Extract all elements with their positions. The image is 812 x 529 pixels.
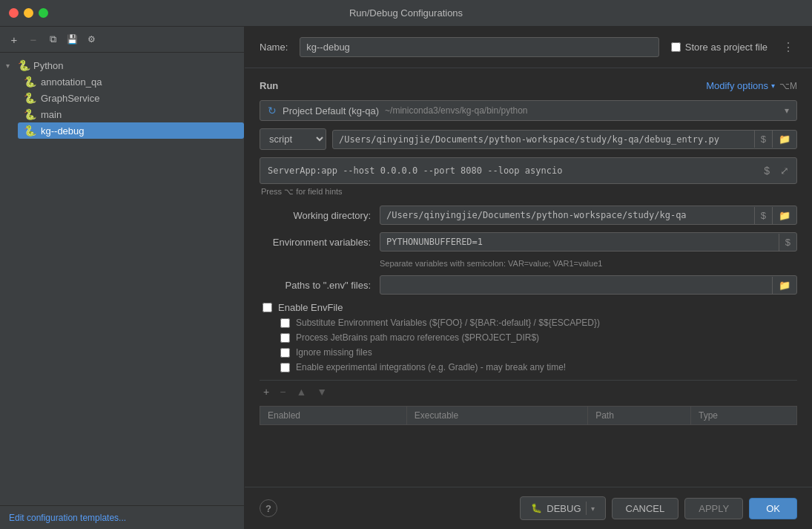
maximize-button[interactable] — [39, 8, 48, 18]
interpreter-row[interactable]: ↻ Project Default (kg-qa) ~/miniconda3/e… — [260, 100, 797, 121]
experimental-integrations-label: Enable experimental integrations (e.g. G… — [296, 362, 566, 372]
working-directory-container: $ 📁 — [380, 206, 797, 225]
sidebar-item-annotation-qa[interactable]: 🐍 annotation_qa — [18, 73, 244, 90]
sidebar-item-main[interactable]: 🐍 main — [18, 106, 244, 122]
name-input[interactable] — [300, 37, 658, 57]
table-toolbar: + − ▲ ▼ — [260, 380, 797, 403]
table-header-path: Path — [588, 407, 691, 425]
interpreter-icon: ↻ — [268, 105, 277, 116]
save-icon: 💾 — [67, 34, 78, 45]
table-move-down-button[interactable]: ▼ — [313, 384, 331, 400]
process-macros-row: Process JetBrains path macro references … — [277, 332, 797, 343]
substitute-env-vars-checkbox[interactable] — [280, 318, 290, 328]
gear-icon: ⚙ — [88, 34, 96, 45]
right-panel-wrapper: Name: Store as project file ⋮ Run Modify… — [245, 27, 812, 529]
debug-separator — [586, 502, 587, 515]
tree-group-python: ▾ 🐍 Python 🐍 annotation_qa 🐍 GraphServic… — [0, 56, 244, 140]
close-button[interactable] — [9, 8, 19, 18]
table-remove-button[interactable]: − — [276, 384, 289, 400]
params-row: $ ⤢ — [260, 157, 797, 184]
table-header-enabled: Enabled — [260, 407, 407, 425]
interpreter-path: ~/miniconda3/envs/kg-qa/bin/python — [385, 105, 779, 116]
add-icon: + — [11, 33, 18, 46]
dollar-env-icon[interactable]: $ — [779, 234, 796, 251]
experimental-integrations-checkbox[interactable] — [280, 363, 290, 372]
debug-icon: 🐛 — [531, 503, 542, 513]
config-header: Name: Store as project file ⋮ — [245, 27, 812, 68]
dollar-icon[interactable]: $ — [754, 131, 772, 148]
tree-items: 🐍 annotation_qa 🐍 GraphService 🐍 main 🐍 … — [0, 73, 244, 139]
envfile-options: Substitute Environment Variables (${FOO}… — [260, 318, 797, 372]
env-vars-hint: Separate variables with semicolon: VAR=v… — [380, 259, 797, 268]
env-vars-input[interactable] — [380, 233, 779, 251]
sidebar-toolbar: + − ⧉ 💾 ⚙ — [0, 27, 244, 53]
env-vars-container: $ — [380, 232, 797, 252]
debug-dropdown-arrow[interactable]: ▾ — [591, 505, 595, 513]
dollar-params-icon[interactable]: $ — [759, 162, 774, 180]
run-section-header: Run Modify options ▾ ⌥M — [260, 80, 797, 91]
experimental-integrations-row: Enable experimental integrations (e.g. G… — [277, 362, 797, 372]
ignore-missing-row: Ignore missing files — [277, 347, 797, 358]
python-icon: 🐍 — [24, 92, 36, 104]
table-header-executable: Executable — [406, 407, 587, 425]
script-path-input[interactable] — [333, 131, 754, 148]
params-input[interactable] — [268, 165, 753, 176]
chevron-down-icon: ▾ — [771, 82, 775, 90]
tree-group-python-header[interactable]: ▾ 🐍 Python — [0, 57, 244, 73]
right-panel: Name: Store as project file ⋮ Run Modify… — [245, 27, 812, 529]
settings-button[interactable]: ⚙ — [83, 31, 99, 47]
substitute-env-vars-label: Substitute Environment Variables (${FOO}… — [296, 318, 600, 328]
python-group-label: Python — [33, 60, 63, 71]
working-directory-label: Working directory: — [260, 210, 371, 221]
process-macros-checkbox[interactable] — [280, 333, 290, 343]
sidebar-item-graph-service[interactable]: 🐍 GraphService — [18, 90, 244, 106]
working-directory-row: Working directory: $ 📁 — [260, 206, 797, 225]
ignore-missing-checkbox[interactable] — [280, 348, 290, 358]
more-options-button[interactable]: ⋮ — [779, 39, 797, 56]
env-files-row: Paths to ".env" files: 📁 — [260, 275, 797, 295]
process-macros-label: Process JetBrains path macro references … — [296, 332, 539, 343]
enable-envfile-checkbox[interactable] — [263, 303, 272, 312]
folder-env-files-icon[interactable]: 📁 — [772, 277, 796, 294]
add-config-button[interactable]: + — [6, 31, 22, 47]
table-move-up-button[interactable]: ▲ — [292, 384, 310, 400]
copy-icon: ⧉ — [50, 33, 56, 45]
python-icon: 🐍 — [24, 76, 36, 88]
script-type-select[interactable]: script module code — [260, 128, 326, 150]
cancel-button[interactable]: CANCEL — [612, 498, 679, 519]
remove-config-button[interactable]: − — [25, 31, 42, 47]
env-vars-label: Environment variables: — [260, 237, 371, 248]
help-button[interactable]: ? — [260, 499, 277, 517]
expand-params-button[interactable]: ⤢ — [780, 165, 789, 177]
env-vars-row: Environment variables: $ — [260, 232, 797, 252]
minimize-button[interactable] — [24, 8, 33, 18]
window-title: Run/Debug Configurations — [349, 7, 463, 19]
env-files-container: 📁 — [380, 275, 797, 295]
chevron-down-icon: ▾ — [6, 62, 15, 70]
folder-icon[interactable]: 📁 — [772, 131, 796, 148]
script-row: script module code $ 📁 — [260, 128, 797, 150]
sidebar-item-kg-debug[interactable]: 🐍 kg--debug — [18, 122, 244, 139]
run-section-title: Run — [260, 80, 278, 91]
sidebar-tree: ▾ 🐍 Python 🐍 annotation_qa 🐍 GraphServic… — [0, 53, 244, 505]
edit-templates-link[interactable]: Edit configuration templates... — [9, 513, 126, 523]
env-files-input[interactable] — [380, 276, 772, 294]
table-add-button[interactable]: + — [260, 384, 273, 400]
folder-wd-icon[interactable]: 📁 — [772, 207, 796, 224]
tree-item-label: GraphService — [41, 93, 99, 104]
tree-item-label: kg--debug — [41, 125, 85, 137]
working-directory-input[interactable] — [380, 206, 754, 224]
dollar-wd-icon[interactable]: $ — [754, 207, 772, 224]
dialog-footer: ? 🐛 DEBUG ▾ CANCEL APPLY OK — [245, 487, 812, 529]
debug-main-button[interactable]: 🐛 DEBUG — [531, 503, 581, 514]
tree-item-label: annotation_qa — [41, 76, 102, 88]
modify-options-button[interactable]: Modify options ▾ — [706, 80, 775, 91]
copy-config-button[interactable]: ⧉ — [44, 31, 61, 47]
ok-button[interactable]: OK — [749, 498, 797, 519]
store-project-file-label: Store as project file — [685, 42, 768, 53]
save-config-button[interactable]: 💾 — [64, 31, 80, 47]
apply-button[interactable]: APPLY — [684, 498, 743, 519]
store-project-file-checkbox[interactable] — [671, 42, 681, 52]
sidebar: + − ⧉ 💾 ⚙ ▾ 🐍 Python — [0, 27, 245, 529]
debug-button-container: 🐛 DEBUG ▾ — [520, 496, 605, 520]
